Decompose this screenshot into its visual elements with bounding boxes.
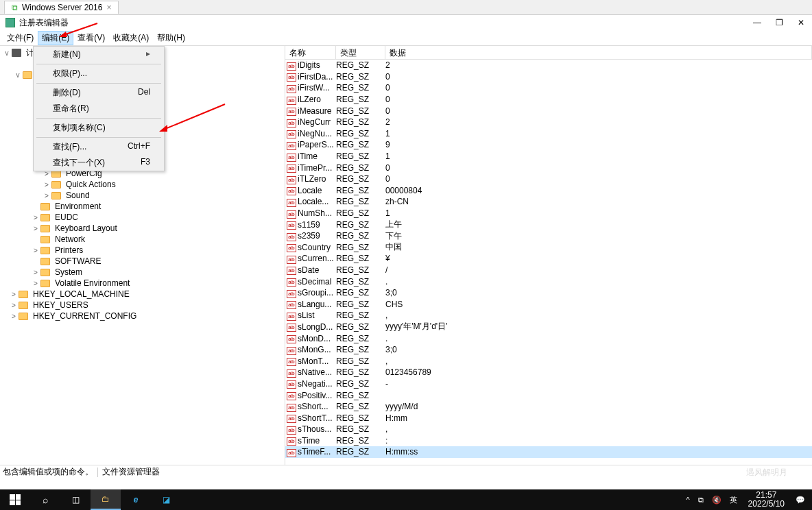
menu-permissions[interactable]: 权限(P)... [34, 66, 164, 82]
menu-find[interactable]: 查找(F)... Ctrl+F [34, 139, 164, 155]
tree-item[interactable]: Network [0, 234, 285, 245]
list-row[interactable]: abiLZeroREG_SZ0 [285, 94, 812, 106]
list-row[interactable]: absLongD...REG_SZyyyy'年'M'月'd'日' [285, 321, 812, 333]
tree-item[interactable]: >EUDC [0, 212, 285, 223]
minimize-button[interactable]: — [752, 18, 763, 27]
list-row[interactable]: absShort...REG_SZyyyy/M/d [285, 401, 812, 413]
close-button[interactable]: ✕ [796, 18, 807, 27]
tray-chevron-icon[interactable]: ^ [682, 496, 693, 504]
separator [36, 137, 161, 138]
list-row[interactable]: abLocaleREG_SZ00000804 [285, 185, 812, 197]
expand-icon[interactable]: > [10, 313, 18, 320]
notification-icon[interactable]: 💬 [791, 496, 809, 505]
docker-button[interactable]: ◪ [151, 489, 181, 510]
tree-item[interactable]: >Keyboard Layout [0, 223, 285, 234]
list-row[interactable]: absDecimalREG_SZ. [285, 276, 812, 287]
menu-help[interactable]: 帮助(H) [153, 31, 189, 45]
list-row[interactable]: absGroupi...REG_SZ3;0 [285, 287, 812, 299]
expand-icon[interactable]: > [43, 181, 51, 189]
tree-item[interactable]: Environment [0, 201, 285, 212]
expand-icon[interactable]: > [43, 192, 51, 199]
ie-button[interactable]: e [121, 489, 151, 510]
row-data: CHS [385, 300, 812, 309]
list-row[interactable]: absTimeF...REG_SZH:mm:ss [285, 446, 812, 458]
menu-new[interactable]: 新建(N) ▸ [34, 47, 164, 62]
tree-item[interactable]: >HKEY_CURRENT_CONFIG [0, 311, 285, 321]
list-row[interactable]: abiNegCurrREG_SZ2 [285, 117, 812, 128]
list-row[interactable]: absMonT...REG_SZ, [285, 355, 812, 367]
tree-item[interactable]: SOFTWARE [0, 256, 285, 267]
separator [36, 118, 161, 119]
row-type: REG_SZ [336, 208, 385, 218]
tree-item[interactable]: >Volatile Environment [0, 278, 285, 289]
tree-item[interactable]: >HKEY_USERS [0, 300, 285, 311]
collapse-icon[interactable]: v [3, 49, 11, 57]
taskview-button[interactable]: ◫ [60, 489, 91, 510]
list-row[interactable]: absPositiv...REG_SZ [285, 389, 812, 401]
tree-item[interactable]: >Sound [0, 190, 285, 201]
tree-item[interactable]: >HKEY_LOCAL_MACHINE [0, 289, 285, 300]
list-row[interactable]: abiPaperS...REG_SZ9 [285, 139, 812, 151]
list-row[interactable]: abiDigitsREG_SZ2 [285, 60, 812, 71]
maximize-button[interactable]: ❐ [774, 18, 785, 27]
tree-item[interactable]: >System [0, 267, 285, 278]
collapse-icon[interactable]: v [14, 71, 22, 79]
list-row[interactable]: absNative...REG_SZ0123456789 [285, 367, 812, 378]
list-row[interactable]: abs1159REG_SZ上午 [285, 219, 812, 230]
list-row[interactable]: abiNegNu...REG_SZ1 [285, 128, 812, 140]
list-row[interactable]: abiTLZeroREG_SZ0 [285, 173, 812, 185]
list-row[interactable]: absListREG_SZ, [285, 310, 812, 321]
list-row[interactable]: abLocale...REG_SZzh-CN [285, 196, 812, 208]
col-data-header[interactable]: 数据 [385, 46, 812, 59]
taskbar-clock[interactable]: 21:57 2022/5/10 [741, 491, 791, 509]
expand-icon[interactable]: > [10, 291, 18, 298]
search-button[interactable]: ⌕ [30, 489, 60, 510]
tree-label: EUDC [53, 212, 80, 222]
expand-icon[interactable]: > [32, 269, 40, 276]
row-type: REG_SZ [336, 174, 385, 184]
list-row[interactable]: absLangu...REG_SZCHS [285, 298, 812, 310]
expand-icon[interactable]: > [32, 225, 40, 232]
ime-indicator[interactable]: 英 [726, 495, 741, 505]
folder-icon [40, 202, 51, 211]
explorer-button[interactable]: 🗀 [91, 489, 121, 510]
tree-item[interactable]: >Printers [0, 245, 285, 256]
list-row[interactable]: abiTimePr...REG_SZ0 [285, 162, 812, 173]
list-row[interactable]: absTimeREG_SZ: [285, 435, 812, 447]
list-row[interactable]: absCurren...REG_SZ¥ [285, 253, 812, 265]
menu-delete[interactable]: 删除(D) Del [34, 85, 164, 101]
menu-copy-keyname[interactable]: 复制项名称(C) [34, 120, 164, 136]
expand-icon[interactable]: > [10, 302, 18, 309]
col-name-header[interactable]: 名称 [285, 46, 336, 59]
list-row[interactable]: absShortT...REG_SZH:mm [285, 412, 812, 424]
list-row[interactable]: absThous...REG_SZ, [285, 424, 812, 435]
row-data: , [385, 424, 812, 434]
list-row[interactable]: abiTimeREG_SZ1 [285, 151, 812, 162]
string-icon: ab [285, 140, 298, 150]
list-row[interactable]: abiMeasureREG_SZ0 [285, 105, 812, 117]
list-row[interactable]: absMonG...REG_SZ3;0 [285, 344, 812, 356]
list-row[interactable]: absCountryREG_SZ中国 [285, 242, 812, 254]
menu-find-next[interactable]: 查找下一个(X) F3 [34, 155, 164, 171]
tree-item[interactable]: >Quick Actions [0, 179, 285, 190]
volume-icon[interactable]: 🔇 [708, 496, 726, 505]
expand-icon[interactable]: > [32, 247, 40, 254]
col-type-header[interactable]: 类型 [336, 46, 385, 59]
list-row[interactable]: absNegati...REG_SZ- [285, 378, 812, 390]
menu-rename[interactable]: 重命名(R) [34, 101, 164, 117]
list-row[interactable]: absDateREG_SZ/ [285, 265, 812, 276]
network-icon[interactable]: ⧉ [694, 496, 708, 505]
folder-icon [18, 289, 29, 299]
expand-icon[interactable]: > [32, 280, 40, 287]
list-row[interactable]: absMonD...REG_SZ. [285, 332, 812, 344]
start-button[interactable] [0, 489, 30, 510]
close-icon[interactable]: × [106, 3, 111, 12]
menu-file[interactable]: 文件(F) [3, 31, 38, 45]
list-row[interactable]: abs2359REG_SZ下午 [285, 230, 812, 242]
expand-icon[interactable]: > [32, 214, 40, 221]
list-row[interactable]: abNumSh...REG_SZ1 [285, 208, 812, 219]
vm-tab[interactable]: ⧉ Windows Server 2016 × [4, 1, 119, 14]
list-row[interactable]: abiFirstDa...REG_SZ0 [285, 71, 812, 83]
list-row[interactable]: abiFirstW...REG_SZ0 [285, 82, 812, 94]
menu-favorites[interactable]: 收藏夹(A) [109, 31, 153, 45]
